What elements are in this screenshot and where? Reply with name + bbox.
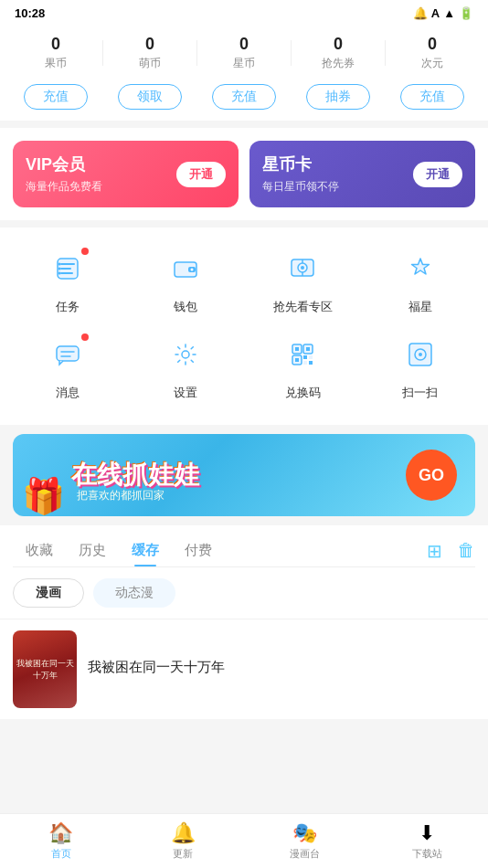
banner-go-button[interactable]: GO — [406, 450, 457, 501]
nav-icon-更新: 🔔 — [171, 821, 196, 845]
svg-rect-22 — [303, 355, 307, 359]
svg-point-9 — [190, 269, 193, 271]
currency-item-星币: 0 星币 — [197, 35, 291, 71]
action-button-topup3[interactable]: 充值 — [400, 84, 464, 110]
svg-rect-27 — [306, 347, 310, 351]
content-type-tab-漫画[interactable]: 漫画 — [13, 578, 84, 608]
currency-item-次元: 0 次元 — [386, 35, 479, 71]
banner-subtitle: 把喜欢的都抓回家 — [77, 488, 164, 503]
icon-item-消息[interactable]: 消息 — [9, 330, 127, 401]
vip-card[interactable]: VIP会员 海量作品免费看 开通 — [13, 141, 239, 207]
content-info: 我被困在同一天十万年 — [88, 659, 475, 680]
svg-rect-28 — [295, 358, 299, 362]
vip-section: VIP会员 海量作品免费看 开通 星币卡 每日星币领不停 开通 — [0, 128, 488, 220]
icon-item-兑换码[interactable]: 兑换码 — [244, 330, 362, 401]
nav-item-更新[interactable]: 🔔 更新 — [122, 821, 245, 861]
tabs-section: 收藏历史缓存付费⊞🗑 — [0, 525, 488, 567]
icon-item-任务[interactable]: 任务 — [9, 244, 127, 315]
currency-value: 0 — [239, 35, 249, 54]
sim-icon: A — [431, 6, 440, 20]
icon-label-任务: 任务 — [56, 299, 80, 315]
currency-label: 星币 — [233, 56, 255, 71]
banner-gift-icon: 🎁 — [22, 476, 65, 516]
nav-label-首页: 首页 — [51, 847, 71, 861]
nav-label-更新: 更新 — [173, 847, 193, 861]
icon-circle-兑换码 — [278, 330, 327, 379]
currency-item-抢先券: 0 抢先券 — [292, 35, 385, 71]
star-open-button[interactable]: 开通 — [413, 162, 462, 187]
icon-label-设置: 设置 — [174, 385, 197, 401]
status-time: 10:28 — [15, 6, 45, 20]
nav-icon-下载站: ⬇ — [419, 821, 435, 845]
icon-circle-福星 — [396, 244, 445, 293]
icon-circle-抢先看专区 — [278, 244, 327, 293]
currency-section: 0 果币 0 萌币 0 星币 0 抢先券 0 次元 充值领取充值抽券充值 — [0, 26, 488, 121]
icon-item-福星[interactable]: 福星 — [362, 244, 480, 315]
icon-item-扫一扫[interactable]: 扫一扫 — [362, 330, 480, 401]
nav-item-漫画台[interactable]: 🎭 漫画台 — [244, 821, 366, 861]
svg-rect-24 — [303, 361, 307, 365]
currency-value: 0 — [145, 35, 154, 54]
currency-value: 0 — [334, 35, 343, 54]
content-type-tab-动态漫[interactable]: 动态漫 — [93, 578, 175, 608]
delete-button[interactable]: 🗑 — [457, 540, 475, 561]
icon-circle-消息 — [43, 330, 92, 379]
tab-actions: ⊞🗑 — [427, 540, 475, 562]
icon-row-2: 消息 设置 — [9, 330, 479, 401]
nav-label-下载站: 下载站 — [412, 847, 442, 861]
tabs-header: 收藏历史缓存付费⊞🗑 — [13, 525, 475, 567]
svg-rect-15 — [57, 346, 79, 361]
svg-point-5 — [58, 268, 61, 270]
vip-open-button[interactable]: 开通 — [176, 162, 226, 187]
tab-历史[interactable]: 历史 — [66, 535, 119, 566]
action-button-receive[interactable]: 领取 — [118, 84, 182, 110]
icon-item-钱包[interactable]: 钱包 — [127, 244, 245, 315]
currency-label: 次元 — [421, 56, 443, 71]
currency-item-萌币: 0 萌币 — [103, 35, 196, 71]
svg-point-18 — [182, 351, 189, 358]
currency-value: 0 — [51, 35, 60, 54]
tab-付费[interactable]: 付费 — [172, 535, 225, 566]
status-icons: 🔔 A ▲ 🔋 — [413, 6, 473, 20]
icon-row-1: 任务 钱包 抢先看专区 — [9, 244, 479, 315]
banner-section[interactable]: 🎁 在线抓娃娃 把喜欢的都抓回家 GO — [13, 434, 475, 516]
tab-缓存[interactable]: 缓存 — [119, 535, 172, 566]
icon-item-抢先看专区[interactable]: 抢先看专区 — [244, 244, 362, 315]
currency-label: 萌币 — [139, 56, 161, 71]
action-button-draw[interactable]: 抽券 — [306, 84, 370, 110]
icon-circle-钱包 — [161, 244, 210, 293]
tab-收藏[interactable]: 收藏 — [13, 535, 66, 566]
icon-item-设置[interactable]: 设置 — [127, 330, 245, 401]
nav-icon-首页: 🏠 — [48, 821, 73, 845]
icon-grid-section: 任务 钱包 抢先看专区 — [0, 228, 488, 425]
currency-value: 0 — [428, 35, 437, 54]
action-button-topup1[interactable]: 充值 — [24, 84, 88, 110]
nav-item-首页[interactable]: 🏠 首页 — [0, 821, 122, 861]
icon-circle-任务 — [43, 244, 92, 293]
nav-item-下载站[interactable]: ⬇ 下载站 — [366, 821, 489, 861]
notif-icon: 🔔 — [413, 6, 428, 20]
grid-view-button[interactable]: ⊞ — [427, 540, 442, 562]
content-list-item[interactable]: 我被困在同一天十万年 我被困在同一天十万年 — [0, 619, 488, 719]
action-button-topup2[interactable]: 充值 — [212, 84, 276, 110]
star-card[interactable]: 星币卡 每日星币领不停 开通 — [249, 141, 475, 207]
svg-point-6 — [58, 272, 61, 275]
badge-dot — [81, 333, 89, 341]
thumbnail-text: 我被困在同一天十万年 — [13, 656, 77, 683]
action-row: 充值领取充值抽券充值 — [9, 79, 479, 121]
banner-title: 在线抓娃娃 — [71, 461, 199, 490]
battery-icon: 🔋 — [459, 6, 473, 20]
svg-rect-25 — [309, 355, 313, 359]
nav-label-漫画台: 漫画台 — [290, 847, 320, 861]
content-type-tabs: 漫画动态漫 — [0, 567, 488, 619]
icon-label-钱包: 钱包 — [174, 299, 197, 315]
content-title: 我被困在同一天十万年 — [88, 659, 475, 676]
icon-label-兑换码: 兑换码 — [285, 385, 321, 401]
wifi-icon: ▲ — [443, 6, 455, 20]
status-bar: 10:28 🔔 A ▲ 🔋 — [0, 0, 488, 26]
badge-dot — [81, 248, 89, 255]
content-list: 我被困在同一天十万年 我被困在同一天十万年 — [0, 619, 488, 719]
currency-label: 抢先券 — [322, 56, 355, 71]
icon-circle-扫一扫 — [396, 330, 445, 379]
icon-label-扫一扫: 扫一扫 — [402, 385, 438, 401]
